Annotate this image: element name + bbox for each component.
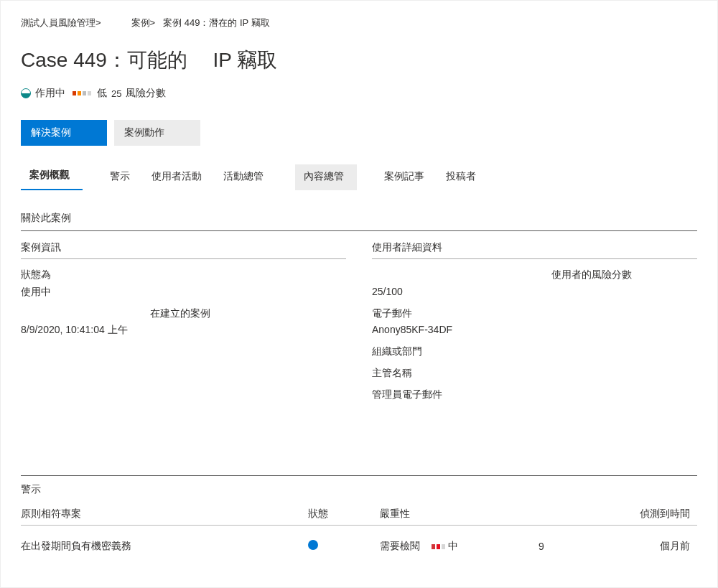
alert-number: 9 [509,541,574,552]
title-suffix: IP 竊取 [213,49,277,71]
page-title: Case 449：可能的 IP 竊取 [21,47,697,74]
risk-score-value: 25 [111,88,121,99]
alert-time: 個月前 [574,540,697,553]
manager-label: 主管名稱 [372,365,697,382]
divider [21,258,346,259]
action-buttons: 解決案例 案例動作 [21,120,697,146]
breadcrumb-root[interactable]: 測試人員風險管理> [21,17,101,29]
admin-email-label: 管理員電子郵件 [372,386,697,403]
tab-contributors[interactable]: 投稿者 [437,164,489,190]
created-label: 在建立的案例 [150,305,346,322]
divider [21,525,697,526]
breadcrumb: 測試人員風險管理> 案例> 案例 449：潛在的 IP 竊取 [21,17,697,29]
status-value: 使用中 [21,284,346,301]
title-prefix: Case 449：可能的 [21,49,187,71]
tab-case-notes[interactable]: 案例記事 [376,164,437,190]
tab-content-explorer[interactable]: 內容總管 [295,164,357,190]
col-status-header: 狀態 [308,508,380,521]
case-info-panel: 案例資訊 狀態為 使用中 在建立的案例 8/9/2020, 10:41:04 上… [21,241,346,403]
tabs: 案例概觀 警示 使用者活動 活動總管 內容總管 案例記事 投稿者 [21,163,697,190]
status-label: 狀態為 [21,266,346,284]
alert-row[interactable]: 在出發期間負有機密義務 需要檢閱 中 9 個月前 [21,540,697,554]
breadcrumb-cases[interactable]: 案例> [131,17,156,28]
about-case-label: 關於此案例 [21,212,697,225]
alert-policy-name: 在出發期間負有機密義務 [21,540,308,553]
tab-alerts[interactable]: 警示 [101,164,143,190]
user-detail-heading: 使用者詳細資料 [372,241,697,254]
email-value: Anony85KF-34DF [372,322,697,339]
risk-bars-icon [73,91,91,95]
alert-status-dot-icon [308,540,318,550]
risk-level-text: 低 [97,87,107,100]
status-row: 作用中 低 25 風險分數 [21,87,697,100]
divider [21,475,697,476]
org-label: 組織或部門 [372,343,697,360]
col-severity-header: 嚴重性 [380,508,509,521]
divider [372,258,697,259]
divider [21,230,697,231]
case-action-button[interactable]: 案例動作 [114,120,200,146]
col-time-header: 偵測到時間 [574,508,697,521]
alerts-heading: 警示 [21,483,697,496]
user-detail-panel: 使用者詳細資料 使用者的風險分數 25/100 電子郵件 Anony85KF-3… [372,241,697,403]
created-value: 8/9/2020, 10:41:04 上午 [21,322,346,339]
tab-user-activity[interactable]: 使用者活動 [143,164,215,190]
user-risk-label: 使用者的風險分數 [551,266,697,284]
status-active-text: 作用中 [35,87,65,100]
risk-score-label: 風險分數 [126,87,166,100]
case-info-heading: 案例資訊 [21,241,346,254]
breadcrumb-current: 案例 449：潛在的 IP 竊取 [163,17,270,28]
email-label: 電子郵件 [372,305,697,322]
severity-indicator: 中 [432,540,458,553]
resolve-case-button[interactable]: 解決案例 [21,120,107,146]
alert-review-text: 需要檢閱 [380,540,420,551]
tab-case-overview[interactable]: 案例概觀 [21,163,83,190]
user-risk-value: 25/100 [372,284,697,301]
col-policy-header: 原則相符專案 [21,508,308,521]
severity-text: 中 [448,540,458,553]
tab-activity-explorer[interactable]: 活動總管 [215,164,276,190]
alerts-table-header: 原則相符專案 狀態 嚴重性 偵測到時間 [21,508,697,521]
active-status-icon [21,88,31,98]
severity-bars-icon [432,544,445,549]
